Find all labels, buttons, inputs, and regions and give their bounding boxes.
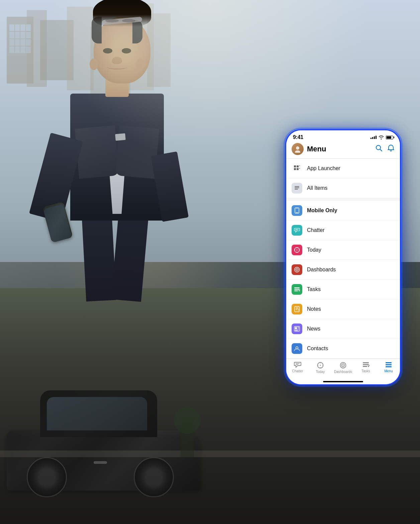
menu-label-news: News: [307, 326, 320, 332]
mobile-only-icon: [292, 205, 302, 216]
svg-point-0: [296, 146, 299, 150]
menu-list[interactable]: App Launcher All Items: [286, 159, 400, 359]
all-items-icon: [292, 183, 302, 193]
tab-today-icon: [317, 362, 324, 369]
tab-chatter[interactable]: Chatter: [286, 362, 309, 374]
svg-rect-35: [295, 327, 297, 329]
menu-item-all-items[interactable]: All Items: [286, 178, 400, 198]
svg-rect-4: [294, 165, 296, 167]
svg-point-63: [343, 365, 344, 366]
chatter-icon: [292, 225, 302, 236]
status-bar: 9:41: [286, 130, 400, 140]
tab-bar: Chatter Today Dashboards: [286, 359, 400, 379]
tab-tasks-icon: [362, 362, 370, 368]
tab-menu-icon: [385, 362, 392, 368]
svg-rect-66: [363, 366, 367, 367]
tab-menu-label: Menu: [384, 369, 393, 373]
menu-label-dashboards: Dashboards: [307, 267, 336, 273]
svg-rect-67: [386, 362, 392, 363]
svg-rect-30: [295, 306, 299, 312]
svg-rect-69: [386, 366, 392, 367]
svg-rect-29: [294, 290, 298, 291]
svg-rect-14: [296, 212, 298, 213]
phone-mockup: 9:41 M: [286, 130, 400, 384]
signal-icon: [371, 136, 377, 139]
svg-rect-27: [294, 287, 300, 288]
notes-icon: [292, 304, 302, 314]
svg-rect-68: [386, 364, 392, 365]
tab-chatter-label: Chatter: [292, 369, 303, 373]
menu-label-app-launcher: App Launcher: [307, 165, 340, 171]
svg-rect-9: [299, 168, 300, 169]
tab-dashboards[interactable]: Dashboards: [332, 362, 354, 374]
svg-rect-8: [299, 165, 300, 166]
dashboards-icon: [292, 264, 302, 275]
menu-item-notes[interactable]: Notes: [286, 299, 400, 319]
menu-label-tasks: Tasks: [307, 286, 321, 292]
tab-chatter-icon: [294, 362, 302, 368]
menu-label-mobile-only: Mobile Only: [307, 208, 337, 214]
tab-menu[interactable]: Menu: [377, 362, 400, 374]
svg-rect-6: [294, 168, 296, 170]
notification-icon[interactable]: [387, 144, 395, 154]
battery-icon: [386, 136, 393, 139]
menu-item-news[interactable]: News: [286, 319, 400, 339]
svg-line-3: [380, 149, 382, 151]
svg-rect-11: [295, 187, 299, 188]
menu-item-mobile-only[interactable]: Mobile Only: [286, 201, 400, 221]
menu-item-app-launcher[interactable]: App Launcher: [286, 159, 400, 178]
app-header: Menu: [286, 140, 400, 159]
svg-rect-7: [297, 168, 299, 170]
svg-point-19: [297, 250, 298, 251]
home-indicator: [323, 381, 363, 382]
header-actions: [375, 144, 395, 154]
today-icon: [292, 245, 302, 255]
page-title: Menu: [307, 145, 375, 153]
news-icon: [292, 323, 302, 334]
svg-rect-15: [296, 208, 298, 209]
svg-rect-28: [294, 289, 300, 290]
menu-label-notes: Notes: [307, 306, 321, 312]
status-icons: [371, 135, 393, 139]
contacts-icon: [292, 343, 302, 354]
svg-point-26: [297, 269, 298, 270]
tab-tasks[interactable]: Tasks: [354, 362, 377, 374]
search-icon[interactable]: [375, 144, 383, 154]
svg-point-1: [295, 150, 300, 153]
tab-dashboards-label: Dashboards: [334, 370, 352, 374]
menu-label-contacts: Contacts: [307, 346, 328, 352]
svg-rect-5: [297, 165, 299, 167]
wifi-icon: [379, 135, 384, 139]
menu-item-contacts[interactable]: Contacts: [286, 339, 400, 359]
svg-rect-65: [363, 364, 369, 365]
menu-label-all-items: All Items: [307, 185, 327, 191]
tab-today[interactable]: Today: [309, 362, 332, 374]
tab-dashboards-icon: [339, 362, 347, 369]
home-indicator-area: [286, 379, 400, 384]
menu-item-tasks[interactable]: Tasks: [286, 280, 400, 299]
svg-rect-64: [363, 362, 369, 363]
tab-tasks-label: Tasks: [361, 369, 370, 373]
tab-today-label: Today: [316, 370, 325, 374]
menu-label-chatter: Chatter: [307, 227, 324, 233]
menu-item-dashboards[interactable]: Dashboards: [286, 260, 400, 280]
menu-item-today[interactable]: Today: [286, 240, 400, 260]
menu-item-chatter[interactable]: Chatter: [286, 221, 400, 240]
avatar[interactable]: [292, 143, 304, 155]
svg-rect-10: [295, 186, 299, 187]
app-launcher-icon: [292, 163, 302, 174]
menu-label-today: Today: [307, 247, 321, 253]
section-divider: [286, 198, 400, 201]
svg-rect-12: [295, 189, 298, 189]
svg-point-56: [320, 365, 321, 366]
status-time: 9:41: [293, 134, 303, 140]
tasks-icon: [292, 284, 302, 295]
